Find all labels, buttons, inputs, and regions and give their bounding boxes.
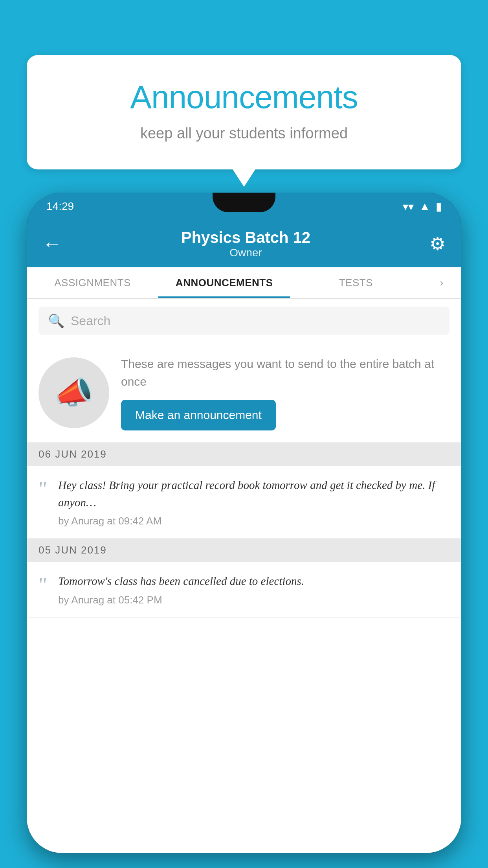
screen-content: 🔍 Search 📣 These are messages you want t… bbox=[27, 299, 461, 853]
header-center: Physics Batch 12 Owner bbox=[181, 229, 310, 259]
search-placeholder: Search bbox=[71, 314, 110, 328]
signal-icon: ▲ bbox=[419, 200, 430, 213]
phone-notch bbox=[213, 193, 275, 212]
speech-bubble: Announcements keep all your students inf… bbox=[27, 55, 461, 169]
tabs-bar: ASSIGNMENTS ANNOUNCEMENTS TESTS › bbox=[27, 267, 461, 299]
promo-description: These are messages you want to send to t… bbox=[121, 355, 449, 390]
app-header: ← Physics Batch 12 Owner ⚙ bbox=[27, 220, 461, 267]
search-icon: 🔍 bbox=[48, 313, 64, 329]
status-time: 14:29 bbox=[46, 200, 74, 213]
tab-more[interactable]: › bbox=[422, 267, 461, 298]
announcement-meta-2: by Anurag at 05:42 PM bbox=[58, 594, 449, 606]
megaphone-icon: 📣 bbox=[54, 374, 94, 411]
announcement-text-2: Tomorrow's class has been cancelled due … bbox=[58, 573, 449, 590]
search-input[interactable]: 🔍 Search bbox=[39, 307, 449, 335]
speech-bubble-container: Announcements keep all your students inf… bbox=[27, 55, 461, 169]
tab-announcements[interactable]: ANNOUNCEMENTS bbox=[158, 267, 290, 298]
gear-icon[interactable]: ⚙ bbox=[429, 233, 446, 254]
header-subtitle: Owner bbox=[181, 246, 310, 259]
tab-assignments[interactable]: ASSIGNMENTS bbox=[27, 267, 158, 298]
make-announcement-button[interactable]: Make an announcement bbox=[121, 400, 276, 430]
status-icons: ▾▾ ▲ ▮ bbox=[403, 200, 442, 213]
quote-icon-2: " bbox=[39, 574, 47, 596]
speech-bubble-subtitle: keep all your students informed bbox=[46, 125, 442, 142]
status-bar: 14:29 ▾▾ ▲ ▮ bbox=[27, 193, 461, 220]
tab-tests[interactable]: TESTS bbox=[290, 267, 422, 298]
promo-avatar: 📣 bbox=[39, 357, 109, 428]
quote-icon-1: " bbox=[39, 478, 47, 500]
phone-container: 14:29 ▾▾ ▲ ▮ ← Physics Batch 12 Owner ⚙ … bbox=[27, 193, 461, 868]
announcement-content-1: Hey class! Bring your practical record b… bbox=[58, 477, 449, 527]
announcement-item-2[interactable]: " Tomorrow's class has been cancelled du… bbox=[27, 562, 461, 618]
phone: 14:29 ▾▾ ▲ ▮ ← Physics Batch 12 Owner ⚙ … bbox=[27, 193, 461, 853]
wifi-icon: ▾▾ bbox=[403, 200, 414, 213]
speech-bubble-title: Announcements bbox=[46, 79, 442, 116]
date-separator-2: 05 JUN 2019 bbox=[27, 539, 461, 562]
announcement-content-2: Tomorrow's class has been cancelled due … bbox=[58, 573, 449, 606]
announcement-item-1[interactable]: " Hey class! Bring your practical record… bbox=[27, 466, 461, 539]
header-title: Physics Batch 12 bbox=[181, 229, 310, 246]
battery-icon: ▮ bbox=[436, 200, 442, 213]
announcement-meta-1: by Anurag at 09:42 AM bbox=[58, 515, 449, 527]
back-button[interactable]: ← bbox=[42, 232, 62, 255]
promo-right: These are messages you want to send to t… bbox=[121, 355, 449, 430]
announcement-text-1: Hey class! Bring your practical record b… bbox=[58, 477, 449, 511]
search-bar: 🔍 Search bbox=[27, 299, 461, 343]
announcement-promo: 📣 These are messages you want to send to… bbox=[27, 343, 461, 443]
date-separator-1: 06 JUN 2019 bbox=[27, 443, 461, 466]
